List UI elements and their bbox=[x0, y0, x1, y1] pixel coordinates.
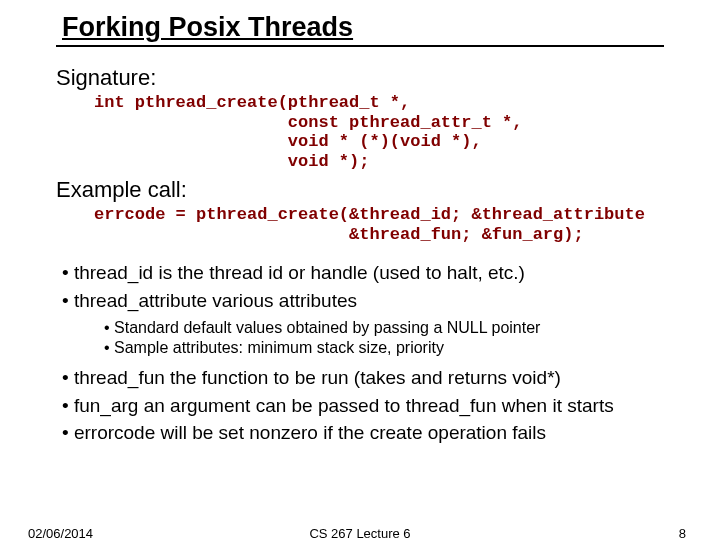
signature-label: Signature: bbox=[56, 65, 682, 91]
list-item: thread_attribute various attributes Stan… bbox=[62, 288, 682, 359]
list-item: Standard default values obtained by pass… bbox=[104, 318, 682, 339]
list-item: fun_arg an argument can be passed to thr… bbox=[62, 393, 682, 419]
bullet-term: thread_id bbox=[74, 262, 159, 283]
bullet-text: an argument can be passed to thread_fun … bbox=[144, 395, 614, 416]
list-item: Sample attributes: minimum stack size, p… bbox=[104, 338, 682, 359]
title-underline: Forking Posix Threads bbox=[56, 12, 664, 47]
list-item: errorcode will be set nonzero if the cre… bbox=[62, 420, 682, 446]
bullet-term: errorcode bbox=[74, 422, 161, 443]
bullet-text: Standard default values obtained by pass… bbox=[114, 319, 540, 336]
slide: Forking Posix Threads Signature: int pth… bbox=[0, 0, 720, 540]
example-label: Example call: bbox=[56, 177, 682, 203]
list-item: thread_fun the function to be run (takes… bbox=[62, 365, 682, 391]
bullet-term: thread_fun bbox=[74, 367, 170, 388]
bullet-text: Sample attributes: minimum stack size, p… bbox=[114, 339, 444, 356]
sub-list: Standard default values obtained by pass… bbox=[104, 318, 682, 360]
bullet-text: is the thread id or handle (used to halt… bbox=[158, 262, 525, 283]
footer-page-number: 8 bbox=[679, 526, 686, 540]
bullet-text: will be set nonzero if the create operat… bbox=[161, 422, 547, 443]
page-title: Forking Posix Threads bbox=[56, 12, 353, 43]
list-item: thread_id is the thread id or handle (us… bbox=[62, 260, 682, 286]
bullet-term: thread_attribute bbox=[74, 290, 212, 311]
example-code: errcode = pthread_create(&thread_id; &th… bbox=[94, 205, 682, 244]
bullet-term: fun_arg bbox=[74, 395, 144, 416]
bullet-list: thread_id is the thread id or handle (us… bbox=[62, 260, 682, 446]
footer-lecture: CS 267 Lecture 6 bbox=[0, 526, 720, 540]
bullet-text: the function to be run (takes and return… bbox=[170, 367, 561, 388]
signature-code: int pthread_create(pthread_t *, const pt… bbox=[94, 93, 682, 171]
bullet-text: various attributes bbox=[212, 290, 357, 311]
